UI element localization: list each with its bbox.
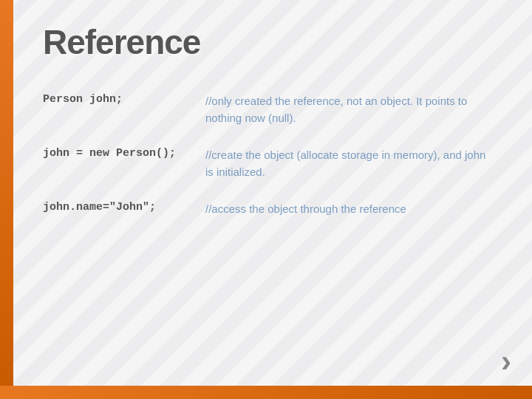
table-row: Person john;//only created the reference… xyxy=(43,86,495,140)
table-row: john = new Person();//create the object … xyxy=(43,140,495,194)
slide-content: Reference Person john;//only created the… xyxy=(13,0,532,386)
left-accent-bar xyxy=(0,0,13,399)
bottom-accent-bar xyxy=(0,386,532,399)
code-cell: john = new Person(); xyxy=(43,140,205,194)
next-chevron[interactable]: › xyxy=(501,346,511,377)
slide-title: Reference xyxy=(43,22,495,62)
slide: Reference Person john;//only created the… xyxy=(0,0,532,399)
comment-cell: //only created the reference, not an obj… xyxy=(205,86,495,140)
code-table: Person john;//only created the reference… xyxy=(43,86,495,231)
code-cell: Person john; xyxy=(43,86,205,140)
comment-cell: //access the object through the referenc… xyxy=(205,194,495,231)
code-cell: john.name="John"; xyxy=(43,194,205,231)
table-row: john.name="John";//access the object thr… xyxy=(43,194,495,231)
comment-cell: //create the object (allocate storage in… xyxy=(205,140,495,194)
